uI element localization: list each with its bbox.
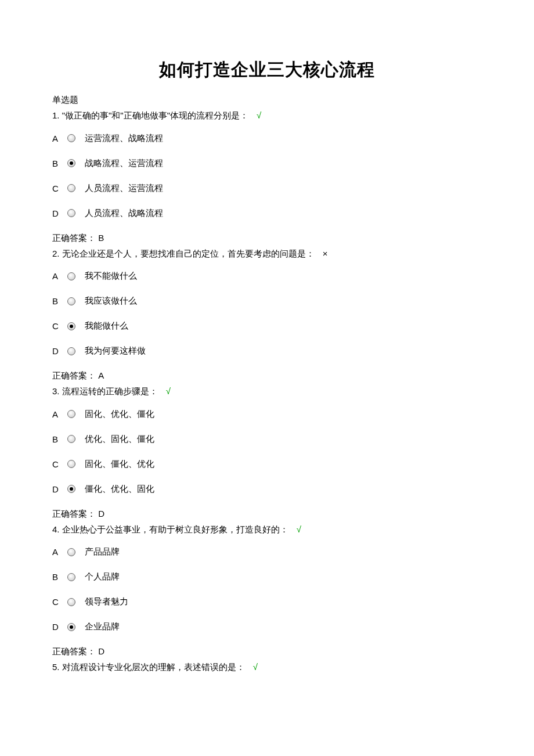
option-text: 人员流程、战略流程 [85, 208, 163, 219]
option-letter: B [52, 159, 64, 168]
option-row[interactable]: C固化、僵化、优化 [52, 459, 482, 470]
option-text: 领导者魅力 [85, 596, 128, 607]
option-letter: B [52, 434, 64, 444]
question-block: 1. "做正确的事"和"正确地做事"体现的流程分别是：√A运营流程、战略流程B战… [52, 109, 482, 244]
radio-icon[interactable] [67, 460, 75, 468]
radio-icon[interactable] [67, 573, 75, 581]
section-label: 单选题 [52, 95, 482, 106]
question-number: 3. [52, 386, 60, 396]
option-row[interactable]: A我不能做什么 [52, 271, 482, 282]
answer-prefix: 正确答案： [52, 233, 96, 243]
answer-prefix: 正确答案： [52, 509, 96, 519]
radio-icon[interactable] [67, 322, 75, 330]
question-stem: 对流程设计专业化层次的理解，表述错误的是： [60, 662, 245, 672]
option-letter: A [52, 134, 64, 143]
radio-icon[interactable] [67, 209, 75, 217]
option-row[interactable]: C我能做什么 [52, 321, 482, 332]
check-icon: √ [253, 662, 258, 672]
question-stem: 无论企业还是个人，要想找准自己的定位，首先要考虑的问题是： [60, 249, 315, 258]
option-text: 人员流程、运营流程 [85, 183, 163, 194]
question-text: 1. "做正确的事"和"正确地做事"体现的流程分别是：√ [52, 109, 482, 123]
question-block: 2. 无论企业还是个人，要想找准自己的定位，首先要考虑的问题是：×A我不能做什么… [52, 247, 482, 382]
question-block: 4. 企业热心于公益事业，有助于树立良好形象，打造良好的：√A产品品牌B个人品牌… [52, 523, 482, 658]
option-text: 企业品牌 [85, 621, 120, 632]
question-text: 5. 对流程设计专业化层次的理解，表述错误的是：√ [52, 661, 482, 674]
option-letter: D [52, 484, 64, 494]
option-row[interactable]: D我为何要这样做 [52, 345, 482, 357]
option-row[interactable]: A产品品牌 [52, 546, 482, 557]
radio-icon[interactable] [67, 272, 75, 280]
option-text: 我不能做什么 [85, 271, 137, 282]
option-text: 运营流程、战略流程 [85, 133, 163, 144]
question-text: 2. 无论企业还是个人，要想找准自己的定位，首先要考虑的问题是：× [52, 247, 482, 261]
option-row[interactable]: A运营流程、战略流程 [52, 133, 482, 144]
radio-icon[interactable] [67, 598, 75, 606]
option-letter: C [52, 183, 64, 193]
option-letter: C [52, 597, 64, 607]
check-icon: √ [297, 524, 301, 534]
radio-icon[interactable] [67, 485, 75, 493]
option-row[interactable]: D僵化、优化、固化 [52, 484, 482, 495]
option-row[interactable]: B优化、固化、僵化 [52, 434, 482, 445]
option-row[interactable]: B战略流程、运营流程 [52, 158, 482, 169]
option-row[interactable]: C人员流程、运营流程 [52, 183, 482, 194]
option-text: 优化、固化、僵化 [85, 434, 154, 445]
check-icon: √ [257, 110, 261, 120]
cross-icon: × [323, 249, 328, 258]
question-stem: "做正确的事"和"正确地做事"体现的流程分别是： [60, 110, 248, 120]
answer-value: D [96, 646, 104, 656]
option-row[interactable]: B个人品牌 [52, 571, 482, 582]
option-text: 固化、优化、僵化 [85, 409, 154, 420]
question-number: 4. [52, 524, 60, 534]
option-row[interactable]: B我应该做什么 [52, 296, 482, 307]
question-stem: 企业热心于公益事业，有助于树立良好形象，打造良好的： [60, 524, 288, 534]
option-row[interactable]: C领导者魅力 [52, 596, 482, 607]
radio-icon[interactable] [67, 347, 75, 355]
answer-prefix: 正确答案： [52, 370, 96, 380]
radio-icon[interactable] [67, 297, 75, 305]
option-text: 固化、僵化、优化 [85, 459, 154, 470]
option-letter: D [52, 622, 64, 632]
option-row[interactable]: D人员流程、战略流程 [52, 208, 482, 219]
radio-icon[interactable] [67, 159, 75, 167]
radio-icon[interactable] [67, 184, 75, 192]
radio-icon[interactable] [67, 410, 75, 418]
question-number: 1. [52, 110, 60, 120]
option-text: 我为何要这样做 [85, 345, 146, 357]
question-block: 5. 对流程设计专业化层次的理解，表述错误的是：√ [52, 661, 482, 674]
option-letter: D [52, 208, 64, 218]
answer-prefix: 正确答案： [52, 646, 96, 656]
question-text: 4. 企业热心于公益事业，有助于树立良好形象，打造良好的：√ [52, 523, 482, 537]
option-letter: A [52, 271, 64, 281]
option-letter: A [52, 547, 64, 557]
option-text: 我应该做什么 [85, 296, 137, 307]
question-number: 5. [52, 662, 60, 672]
option-text: 僵化、优化、固化 [85, 484, 154, 495]
radio-icon[interactable] [67, 623, 75, 631]
questions-container: 1. "做正确的事"和"正确地做事"体现的流程分别是：√A运营流程、战略流程B战… [52, 109, 482, 674]
option-letter: C [52, 459, 64, 469]
option-text: 个人品牌 [85, 571, 120, 582]
radio-icon[interactable] [67, 435, 75, 443]
correct-answer: 正确答案： A [52, 370, 482, 381]
question-stem: 流程运转的正确步骤是： [60, 386, 158, 396]
option-letter: A [52, 409, 64, 419]
option-letter: B [52, 296, 64, 306]
correct-answer: 正确答案： D [52, 509, 482, 520]
answer-value: D [96, 509, 104, 519]
answer-value: A [96, 370, 104, 380]
question-number: 2. [52, 249, 60, 258]
radio-icon[interactable] [67, 134, 75, 142]
check-icon: √ [166, 386, 171, 396]
option-text: 战略流程、运营流程 [85, 158, 163, 169]
question-block: 3. 流程运转的正确步骤是：√A固化、优化、僵化B优化、固化、僵化C固化、僵化、… [52, 385, 482, 520]
option-letter: B [52, 572, 64, 582]
option-letter: C [52, 321, 64, 331]
document-title: 如何打造企业三大核心流程 [52, 58, 482, 82]
radio-icon[interactable] [67, 548, 75, 556]
option-letter: D [52, 346, 64, 356]
option-row[interactable]: A固化、优化、僵化 [52, 409, 482, 420]
option-text: 产品品牌 [85, 546, 120, 557]
option-text: 我能做什么 [85, 321, 128, 332]
option-row[interactable]: D企业品牌 [52, 621, 482, 632]
